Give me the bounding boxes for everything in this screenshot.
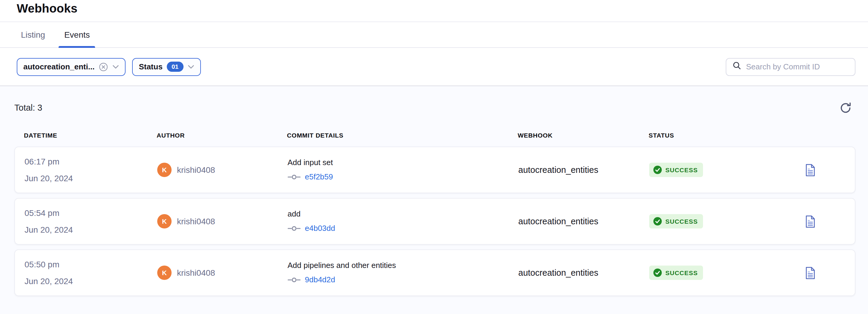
event-time: 05:54 pm — [25, 208, 157, 218]
commit-id-line: e4b03dd — [287, 223, 518, 233]
webhook-filter-label: autocreation_enti... — [23, 62, 94, 71]
event-date: Jun 20, 2024 — [25, 173, 157, 183]
author-cell: K krishi0408 — [157, 265, 287, 280]
event-row[interactable]: 06:17 pm Jun 20, 2024 K krishi0408 Add i… — [14, 146, 856, 193]
search-box — [726, 58, 856, 76]
page-header: Webhooks — [0, 0, 868, 22]
status-filter-label: Status — [139, 62, 162, 71]
search-icon — [732, 61, 741, 73]
row-action-cell — [773, 162, 855, 177]
status-cell: SUCCESS — [649, 214, 773, 228]
commit-message: Add pipelines and other entities — [287, 260, 518, 269]
check-circle-icon — [653, 166, 662, 174]
results-toolbar: Total: 3 — [14, 99, 856, 117]
status-text: SUCCESS — [665, 269, 698, 276]
datetime-cell: 05:54 pm Jun 20, 2024 — [25, 208, 157, 234]
webhook-name: autocreation_entities — [518, 165, 598, 175]
webhook-cell: autocreation_entities — [518, 165, 649, 175]
status-filter-count: 01 — [167, 62, 183, 72]
search-input[interactable] — [746, 62, 849, 71]
status-badge: SUCCESS — [649, 265, 703, 280]
commit-details-cell: Add pipelines and other entities 9db4d2d — [287, 260, 518, 285]
status-cell: SUCCESS — [649, 265, 773, 280]
commit-details-cell: Add input set e5f2b59 — [287, 158, 518, 182]
payload-document-icon[interactable] — [804, 162, 816, 177]
events-content: Total: 3 DATETIME AUTHOR COMMIT DETAILS … — [0, 86, 868, 314]
git-commit-icon — [287, 274, 301, 285]
row-action-cell — [773, 214, 855, 229]
tab-listing-label: Listing — [21, 30, 45, 39]
payload-document-icon[interactable] — [804, 214, 816, 229]
check-circle-icon — [653, 268, 662, 277]
event-date: Jun 20, 2024 — [25, 225, 157, 234]
event-row[interactable]: 05:50 pm Jun 20, 2024 K krishi0408 Add p… — [14, 249, 856, 296]
webhook-name: autocreation_entities — [518, 217, 598, 226]
event-rows: 06:17 pm Jun 20, 2024 K krishi0408 Add i… — [14, 146, 856, 296]
tab-events[interactable]: Events — [59, 22, 95, 47]
status-cell: SUCCESS — [649, 163, 773, 177]
row-action-cell — [773, 265, 855, 280]
commit-id-link[interactable]: e5f2b59 — [305, 172, 333, 181]
total-count: Total: 3 — [14, 103, 42, 112]
author-name: krishi0408 — [177, 217, 215, 226]
avatar: K — [157, 163, 172, 177]
status-text: SUCCESS — [665, 166, 698, 173]
webhook-cell: autocreation_entities — [518, 216, 649, 227]
commit-id-line: 9db4d2d — [287, 274, 518, 285]
commit-message: Add input set — [287, 158, 518, 167]
check-circle-icon — [653, 217, 662, 226]
commit-id-line: e5f2b59 — [287, 171, 518, 182]
webhook-name: autocreation_entities — [518, 268, 598, 278]
filter-chips: autocreation_enti... Status 01 — [17, 58, 726, 76]
status-badge: SUCCESS — [649, 214, 703, 228]
datetime-cell: 06:17 pm Jun 20, 2024 — [25, 157, 157, 183]
avatar: K — [157, 214, 172, 228]
status-filter-chip[interactable]: Status 01 — [132, 58, 200, 76]
webhook-filter-chip[interactable]: autocreation_enti... — [17, 58, 126, 76]
status-badge: SUCCESS — [649, 163, 703, 177]
tab-events-label: Events — [64, 30, 90, 39]
status-text: SUCCESS — [665, 218, 698, 225]
avatar: K — [157, 265, 172, 280]
event-date: Jun 20, 2024 — [25, 276, 157, 286]
column-header-webhook: WEBHOOK — [518, 132, 649, 139]
commit-id-link[interactable]: e4b03dd — [305, 224, 335, 233]
author-name: krishi0408 — [177, 165, 215, 175]
webhook-cell: autocreation_entities — [518, 267, 649, 278]
table-header: DATETIME AUTHOR COMMIT DETAILS WEBHOOK S… — [14, 126, 856, 144]
chevron-down-icon[interactable] — [113, 64, 119, 69]
tab-listing[interactable]: Listing — [16, 22, 51, 47]
tabbar: Listing Events — [0, 22, 868, 48]
author-name: krishi0408 — [177, 268, 215, 278]
column-header-commit-details: COMMIT DETAILS — [287, 132, 518, 139]
commit-details-cell: add e4b03dd — [287, 209, 518, 233]
event-time: 05:50 pm — [25, 260, 157, 269]
payload-document-icon[interactable] — [804, 265, 816, 280]
column-header-author: AUTHOR — [157, 132, 287, 139]
commit-message: add — [287, 209, 518, 218]
datetime-cell: 05:50 pm Jun 20, 2024 — [25, 260, 157, 286]
webhooks-page: Webhooks Listing Events autocreation_ent… — [0, 0, 868, 314]
refresh-button[interactable] — [838, 100, 853, 115]
commit-id-link[interactable]: 9db4d2d — [305, 275, 335, 284]
author-cell: K krishi0408 — [157, 163, 287, 177]
git-commit-icon — [287, 223, 301, 233]
chevron-down-icon[interactable] — [187, 64, 194, 69]
page-title: Webhooks — [17, 2, 868, 16]
circle-x-icon[interactable] — [99, 62, 108, 72]
filter-bar: autocreation_enti... Status 01 — [0, 48, 868, 86]
column-header-status: STATUS — [649, 132, 772, 139]
column-header-datetime: DATETIME — [24, 132, 157, 139]
author-cell: K krishi0408 — [157, 214, 287, 228]
event-time: 06:17 pm — [25, 157, 157, 166]
event-row[interactable]: 05:54 pm Jun 20, 2024 K krishi0408 add e… — [14, 198, 856, 245]
git-commit-icon — [287, 171, 301, 182]
